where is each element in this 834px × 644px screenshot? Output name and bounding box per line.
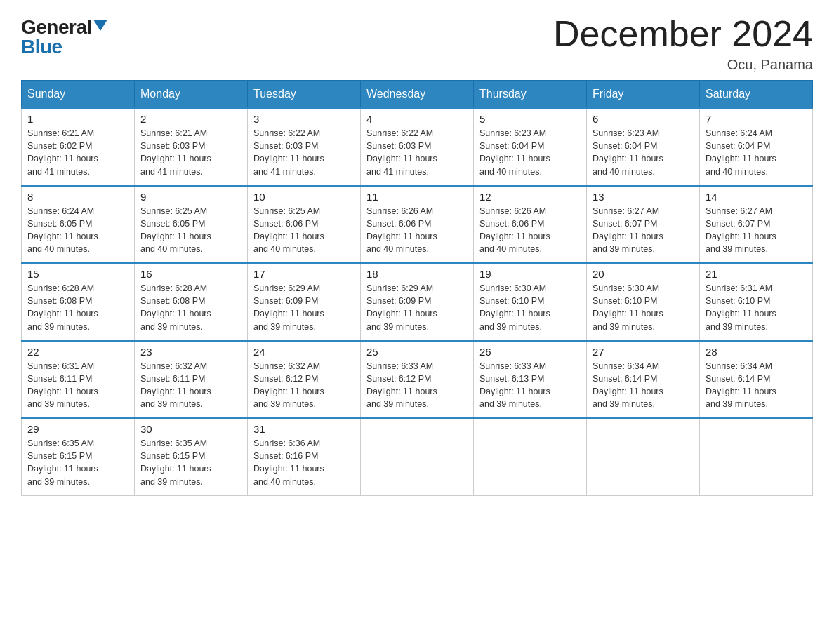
day-number: 9 [140, 191, 241, 203]
day-info: Sunrise: 6:21 AMSunset: 6:03 PMDaylight:… [140, 127, 241, 178]
calendar-cell: 31Sunrise: 6:36 AMSunset: 6:16 PMDayligh… [248, 418, 361, 495]
day-info: Sunrise: 6:35 AMSunset: 6:15 PMDaylight:… [140, 437, 241, 488]
day-number: 29 [27, 423, 128, 435]
day-info: Sunrise: 6:31 AMSunset: 6:11 PMDaylight:… [27, 360, 128, 411]
calendar-week-4: 22Sunrise: 6:31 AMSunset: 6:11 PMDayligh… [22, 341, 813, 419]
day-number: 7 [706, 113, 807, 125]
day-number: 30 [140, 423, 241, 435]
calendar-cell: 2Sunrise: 6:21 AMSunset: 6:03 PMDaylight… [135, 108, 248, 186]
day-info: Sunrise: 6:31 AMSunset: 6:10 PMDaylight:… [706, 282, 807, 333]
day-number: 14 [706, 191, 807, 203]
day-info: Sunrise: 6:34 AMSunset: 6:14 PMDaylight:… [706, 360, 807, 411]
day-info: Sunrise: 6:22 AMSunset: 6:03 PMDaylight:… [253, 127, 355, 178]
day-number: 21 [706, 268, 807, 280]
calendar-cell [474, 418, 587, 495]
logo-general-text: General [21, 18, 92, 37]
day-number: 3 [253, 113, 355, 125]
day-number: 25 [366, 346, 468, 358]
calendar-cell: 4Sunrise: 6:22 AMSunset: 6:03 PMDaylight… [361, 108, 474, 186]
calendar-cell: 27Sunrise: 6:34 AMSunset: 6:14 PMDayligh… [587, 341, 700, 419]
day-info: Sunrise: 6:34 AMSunset: 6:14 PMDaylight:… [593, 360, 694, 411]
calendar-cell: 13Sunrise: 6:27 AMSunset: 6:07 PMDayligh… [587, 186, 700, 264]
calendar-cell: 15Sunrise: 6:28 AMSunset: 6:08 PMDayligh… [22, 263, 135, 341]
col-monday: Monday [135, 81, 248, 109]
calendar-cell: 19Sunrise: 6:30 AMSunset: 6:10 PMDayligh… [474, 263, 587, 341]
day-number: 13 [593, 191, 694, 203]
day-info: Sunrise: 6:25 AMSunset: 6:05 PMDaylight:… [140, 205, 241, 256]
title-area: December 2024 Ocu, Panama [553, 14, 813, 73]
day-number: 27 [593, 346, 694, 358]
col-tuesday: Tuesday [248, 81, 361, 109]
calendar-cell: 1Sunrise: 6:21 AMSunset: 6:02 PMDaylight… [22, 108, 135, 186]
day-info: Sunrise: 6:28 AMSunset: 6:08 PMDaylight:… [27, 282, 128, 333]
day-number: 15 [27, 268, 128, 280]
calendar-cell: 29Sunrise: 6:35 AMSunset: 6:15 PMDayligh… [22, 418, 135, 495]
day-info: Sunrise: 6:30 AMSunset: 6:10 PMDaylight:… [479, 282, 581, 333]
day-number: 2 [140, 113, 241, 125]
day-info: Sunrise: 6:23 AMSunset: 6:04 PMDaylight:… [479, 127, 581, 178]
day-number: 19 [479, 268, 581, 280]
day-number: 12 [479, 191, 581, 203]
day-number: 28 [706, 346, 807, 358]
logo: General Blue [21, 14, 107, 57]
calendar-cell: 28Sunrise: 6:34 AMSunset: 6:14 PMDayligh… [700, 341, 813, 419]
day-info: Sunrise: 6:33 AMSunset: 6:13 PMDaylight:… [479, 360, 581, 411]
calendar-cell: 18Sunrise: 6:29 AMSunset: 6:09 PMDayligh… [361, 263, 474, 341]
logo-blue-text: Blue [21, 37, 62, 57]
day-info: Sunrise: 6:26 AMSunset: 6:06 PMDaylight:… [366, 205, 468, 256]
logo-triangle-icon [93, 20, 107, 31]
calendar-cell: 25Sunrise: 6:33 AMSunset: 6:12 PMDayligh… [361, 341, 474, 419]
calendar-cell: 26Sunrise: 6:33 AMSunset: 6:13 PMDayligh… [474, 341, 587, 419]
col-saturday: Saturday [700, 81, 813, 109]
day-info: Sunrise: 6:21 AMSunset: 6:02 PMDaylight:… [27, 127, 128, 178]
day-info: Sunrise: 6:32 AMSunset: 6:11 PMDaylight:… [140, 360, 241, 411]
col-sunday: Sunday [22, 81, 135, 109]
day-info: Sunrise: 6:32 AMSunset: 6:12 PMDaylight:… [253, 360, 355, 411]
calendar-cell: 24Sunrise: 6:32 AMSunset: 6:12 PMDayligh… [248, 341, 361, 419]
calendar-week-3: 15Sunrise: 6:28 AMSunset: 6:08 PMDayligh… [22, 263, 813, 341]
calendar-cell: 16Sunrise: 6:28 AMSunset: 6:08 PMDayligh… [135, 263, 248, 341]
day-number: 24 [253, 346, 355, 358]
day-info: Sunrise: 6:29 AMSunset: 6:09 PMDaylight:… [366, 282, 468, 333]
day-number: 11 [366, 191, 468, 203]
day-info: Sunrise: 6:28 AMSunset: 6:08 PMDaylight:… [140, 282, 241, 333]
day-number: 1 [27, 113, 128, 125]
day-number: 23 [140, 346, 241, 358]
day-info: Sunrise: 6:29 AMSunset: 6:09 PMDaylight:… [253, 282, 355, 333]
day-info: Sunrise: 6:30 AMSunset: 6:10 PMDaylight:… [593, 282, 694, 333]
day-number: 10 [253, 191, 355, 203]
day-number: 18 [366, 268, 468, 280]
day-info: Sunrise: 6:27 AMSunset: 6:07 PMDaylight:… [706, 205, 807, 256]
day-info: Sunrise: 6:22 AMSunset: 6:03 PMDaylight:… [366, 127, 468, 178]
calendar-cell [700, 418, 813, 495]
calendar-cell: 8Sunrise: 6:24 AMSunset: 6:05 PMDaylight… [22, 186, 135, 264]
calendar-cell: 30Sunrise: 6:35 AMSunset: 6:15 PMDayligh… [135, 418, 248, 495]
calendar-cell: 17Sunrise: 6:29 AMSunset: 6:09 PMDayligh… [248, 263, 361, 341]
page-header: General Blue December 2024 Ocu, Panama [21, 14, 813, 73]
day-info: Sunrise: 6:33 AMSunset: 6:12 PMDaylight:… [366, 360, 468, 411]
day-number: 6 [593, 113, 694, 125]
calendar-header-row: Sunday Monday Tuesday Wednesday Thursday… [22, 81, 813, 109]
day-info: Sunrise: 6:24 AMSunset: 6:05 PMDaylight:… [27, 205, 128, 256]
calendar-cell: 11Sunrise: 6:26 AMSunset: 6:06 PMDayligh… [361, 186, 474, 264]
col-thursday: Thursday [474, 81, 587, 109]
calendar-cell: 9Sunrise: 6:25 AMSunset: 6:05 PMDaylight… [135, 186, 248, 264]
calendar-week-1: 1Sunrise: 6:21 AMSunset: 6:02 PMDaylight… [22, 108, 813, 186]
calendar-cell: 23Sunrise: 6:32 AMSunset: 6:11 PMDayligh… [135, 341, 248, 419]
calendar-cell: 22Sunrise: 6:31 AMSunset: 6:11 PMDayligh… [22, 341, 135, 419]
calendar-cell: 7Sunrise: 6:24 AMSunset: 6:04 PMDaylight… [700, 108, 813, 186]
calendar-cell [361, 418, 474, 495]
day-number: 17 [253, 268, 355, 280]
calendar-cell: 3Sunrise: 6:22 AMSunset: 6:03 PMDaylight… [248, 108, 361, 186]
calendar-cell: 5Sunrise: 6:23 AMSunset: 6:04 PMDaylight… [474, 108, 587, 186]
day-number: 4 [366, 113, 468, 125]
calendar-cell [587, 418, 700, 495]
calendar-cell: 14Sunrise: 6:27 AMSunset: 6:07 PMDayligh… [700, 186, 813, 264]
day-info: Sunrise: 6:26 AMSunset: 6:06 PMDaylight:… [479, 205, 581, 256]
page-subtitle: Ocu, Panama [553, 57, 813, 73]
day-number: 31 [253, 423, 355, 435]
day-number: 26 [479, 346, 581, 358]
day-info: Sunrise: 6:23 AMSunset: 6:04 PMDaylight:… [593, 127, 694, 178]
calendar-cell: 10Sunrise: 6:25 AMSunset: 6:06 PMDayligh… [248, 186, 361, 264]
calendar-table: Sunday Monday Tuesday Wednesday Thursday… [21, 80, 813, 496]
